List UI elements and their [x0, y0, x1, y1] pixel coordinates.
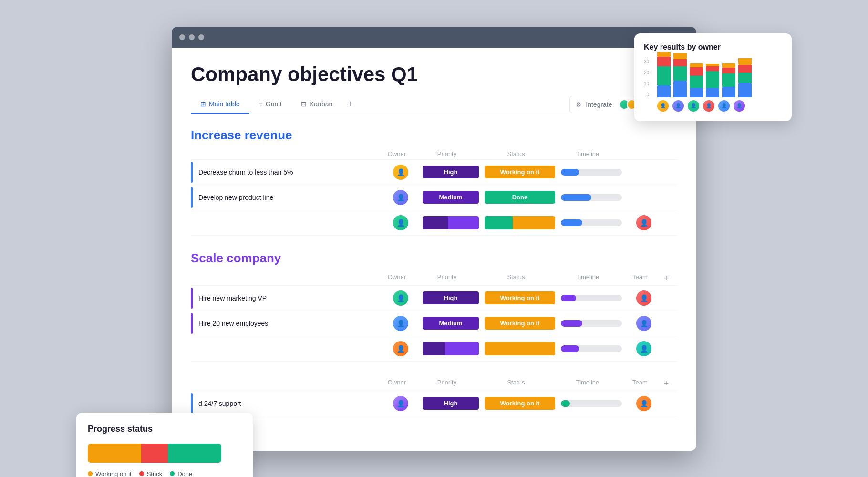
bar-seg-green-3 [690, 76, 703, 88]
row-text-2: Develop new product line [198, 194, 273, 201]
y-label-20: 20 [644, 70, 649, 75]
chart-avatars: 👤 👤 👤 👤 👤 👤 [644, 100, 782, 112]
priority-badge-s2: Medium [423, 317, 479, 330]
browser-titlebar [172, 27, 696, 48]
col-owner-sup: Owner [378, 379, 416, 389]
section-title-scale: Scale company [191, 251, 677, 266]
timeline-s1 [558, 295, 625, 301]
col-label [195, 150, 378, 157]
table-row: Develop new product line 👤 Medium Done [191, 185, 677, 210]
bar-seg-blue-4 [706, 88, 719, 97]
table-header-support: Owner Priority Status Timeline Team + [191, 377, 677, 391]
progress-title: Progress status [88, 424, 241, 434]
legend-stuck: Stuck [139, 470, 163, 477]
integrate-label: Integrate [586, 101, 612, 108]
priority-sup1: High [420, 397, 482, 410]
legend-label-done: Done [177, 470, 192, 477]
table-row: Hire new marketing VP 👤 High Working on … [191, 285, 677, 311]
table-header-scale: Owner Priority Status Timeline Team + [191, 271, 677, 285]
bar-seg-red-4 [706, 66, 719, 71]
key-results-title: Key results by owner [644, 43, 782, 52]
timeline-bar-s2 [561, 320, 622, 327]
avatar-partial-s: 👤 [393, 341, 408, 356]
owner-sup1: 👤 [382, 396, 420, 411]
team-avatar-s1: 👤 [636, 290, 651, 306]
col-timeline-s: Timeline [554, 273, 621, 283]
timeline-fill-partial-s [561, 345, 579, 352]
add-col-header[interactable]: + [659, 273, 673, 283]
tab-kanban[interactable]: ⊟ Kanban [291, 96, 342, 114]
owner-s2: 👤 [382, 316, 420, 331]
timeline-fill-s1 [561, 295, 576, 301]
bar-seg-blue-5 [722, 87, 735, 97]
priority-badge-2: Medium [423, 191, 479, 204]
row-bar-s2 [191, 313, 193, 334]
col-add-label [659, 150, 673, 157]
bar-seg-blue-2 [673, 81, 687, 97]
section-support: Owner Priority Status Timeline Team + d … [191, 377, 677, 416]
owner-partial-s: 👤 [382, 341, 420, 356]
team-s1: 👤 [625, 290, 663, 306]
chart-bars [644, 59, 752, 97]
col-priority-label: Priority [416, 150, 478, 157]
legend-working: Working on it [88, 470, 132, 477]
tab-gantt-label: Gantt [266, 100, 282, 108]
status-s2: Working on it [482, 317, 558, 330]
avatar-s1: 👤 [393, 290, 408, 306]
bar-seg-green-1 [657, 66, 671, 85]
browser-content: Company objectives Q1 ⊞ Main table ≡ Gan… [172, 48, 696, 451]
timeline-sup1 [558, 400, 625, 407]
col-status-sup: Status [478, 379, 554, 389]
status-badge-s2: Working on it [485, 317, 555, 330]
gantt-icon: ≡ [259, 100, 263, 108]
row-bar-2 [191, 187, 193, 208]
bar-group-5 [722, 63, 735, 97]
row-label-2: Develop new product line [191, 187, 382, 208]
mixed-status-bar [485, 216, 555, 229]
mixed-priority-s [423, 342, 479, 355]
row-text-s1: Hire new marketing VP [198, 294, 267, 302]
add-tab-button[interactable]: + [342, 95, 359, 114]
timeline-fill-partial [561, 219, 582, 226]
timeline-cell-1 [558, 169, 625, 176]
bar-seg-green-6 [738, 73, 752, 83]
row-text-s2: Hire 20 new employees [198, 320, 268, 327]
progress-segment-stuck [141, 444, 168, 463]
col-timeline-label: Timeline [554, 150, 621, 157]
timeline-fill-1 [561, 169, 579, 176]
priority-cell-partial [420, 216, 482, 229]
tab-main-table[interactable]: ⊞ Main table [191, 96, 249, 114]
bar-seg-orange-3 [690, 63, 703, 67]
timeline-bar-sup1 [561, 400, 622, 407]
progress-segment-working [88, 444, 141, 463]
chart-av-3: 👤 [688, 100, 699, 112]
progress-legend: Working on it Stuck Done [88, 470, 241, 477]
team-avatar-partial: 👤 [636, 215, 651, 230]
status-badge-1: Working on it [485, 166, 555, 178]
team-avatar-sup1: 👤 [636, 396, 651, 411]
team-avatar-s2: 👤 [636, 316, 651, 331]
bar-seg-red-5 [722, 68, 735, 73]
y-label-0: 0 [647, 92, 650, 97]
col-owner-s: Owner [378, 273, 416, 283]
avatar-partial: 👤 [393, 215, 408, 230]
timeline-fill-s2 [561, 320, 582, 327]
dot-working [88, 471, 93, 476]
tab-gantt[interactable]: ≡ Gantt [249, 96, 291, 114]
row-partial-label [191, 212, 382, 233]
timeline-cell-partial [558, 219, 625, 226]
col-team-s: Team [621, 273, 659, 283]
browser-window: Company objectives Q1 ⊞ Main table ≡ Gan… [172, 27, 696, 451]
chart-av-5: 👤 [718, 100, 730, 112]
chart-av-2: 👤 [672, 100, 684, 112]
timeline-bar-partial-s [561, 345, 622, 352]
bar-seg-red-6 [738, 65, 752, 73]
avatar-1: 👤 [393, 165, 408, 180]
legend-done: Done [170, 470, 192, 477]
add-col-header-sup[interactable]: + [659, 379, 673, 389]
bar-group-6 [738, 58, 752, 97]
row-bar-s1 [191, 288, 193, 309]
status-badge-sup1: Working on it [485, 397, 555, 410]
owner-cell-partial: 👤 [382, 215, 420, 230]
col-team-sup: Team [621, 379, 659, 389]
